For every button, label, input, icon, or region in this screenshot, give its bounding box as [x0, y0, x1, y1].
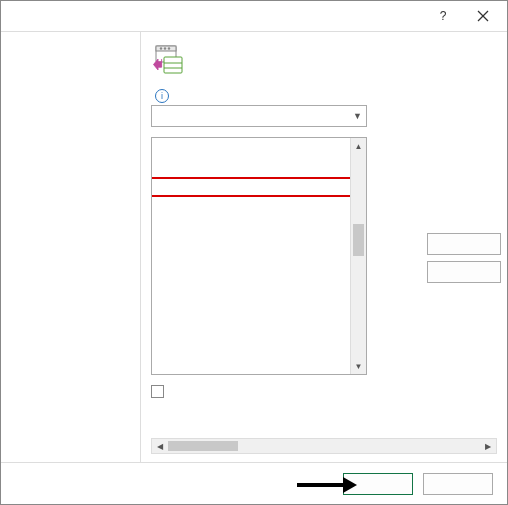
- scroll-right-icon[interactable]: ▶: [480, 439, 496, 453]
- horizontal-scrollbar[interactable]: ◀ ▶: [151, 438, 497, 454]
- content-area: i ▼ ▲ ▼: [1, 31, 507, 462]
- hscroll-thumb[interactable]: [168, 441, 238, 451]
- scroll-left-icon[interactable]: ◀: [152, 439, 168, 453]
- close-button[interactable]: [463, 2, 503, 30]
- panel-header: [151, 42, 501, 76]
- add-button[interactable]: [427, 233, 501, 255]
- show-below-ribbon-checkbox[interactable]: [151, 385, 164, 398]
- listbox-scrollbar[interactable]: ▲ ▼: [350, 138, 366, 374]
- scroll-thumb[interactable]: [353, 224, 364, 256]
- info-icon[interactable]: i: [155, 89, 169, 103]
- main-panel: i ▼ ▲ ▼: [141, 32, 507, 462]
- svg-rect-7: [164, 57, 182, 73]
- qat-icon: [151, 42, 185, 76]
- svg-point-6: [168, 47, 170, 49]
- commands-from-dropdown[interactable]: ▼: [151, 105, 367, 127]
- scroll-up-icon[interactable]: ▲: [351, 138, 366, 154]
- chevron-down-icon: ▼: [353, 111, 362, 121]
- cancel-button[interactable]: [423, 473, 493, 495]
- scroll-down-icon[interactable]: ▼: [351, 358, 366, 374]
- titlebar: ?: [1, 1, 507, 31]
- sidebar: [1, 32, 141, 462]
- svg-point-4: [160, 47, 162, 49]
- excel-options-dialog: ? i: [0, 0, 508, 505]
- commands-listbox[interactable]: ▲ ▼: [151, 137, 367, 375]
- help-button[interactable]: ?: [423, 2, 463, 30]
- remove-button: [427, 261, 501, 283]
- arrow-annotation: [297, 477, 357, 493]
- svg-point-5: [164, 47, 166, 49]
- redo-highlight: [151, 177, 367, 197]
- close-icon: [477, 10, 489, 22]
- show-below-ribbon-row: [151, 383, 371, 398]
- dialog-footer: [1, 462, 507, 504]
- choose-commands-label: i: [151, 88, 501, 103]
